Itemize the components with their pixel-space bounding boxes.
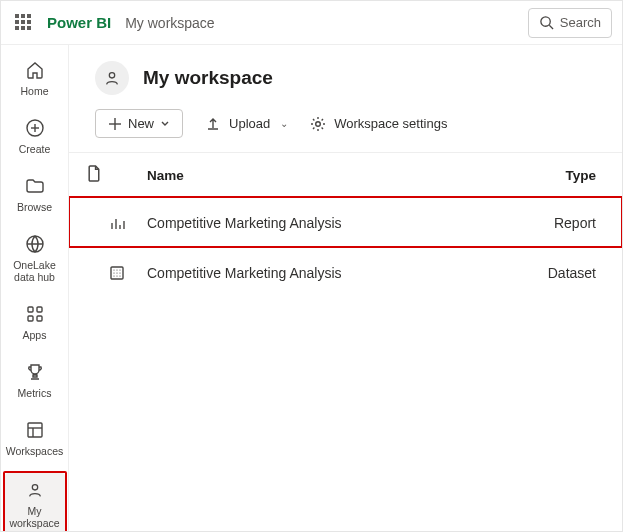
svg-line-1	[549, 25, 553, 29]
svg-point-23	[113, 269, 114, 270]
row-name: Competitive Marketing Analysis	[147, 215, 512, 231]
create-icon	[25, 117, 45, 139]
new-button[interactable]: New	[95, 109, 183, 138]
nav-create[interactable]: Create	[5, 111, 65, 163]
row-type: Dataset	[512, 265, 602, 281]
trophy-icon	[25, 361, 45, 383]
table-row[interactable]: Competitive Marketing Analysis Dataset	[69, 247, 622, 297]
dataset-icon	[87, 265, 147, 281]
nav-my-workspace[interactable]: My workspace	[5, 473, 65, 532]
new-button-label: New	[128, 116, 154, 131]
workspace-avatar	[95, 61, 129, 95]
svg-rect-7	[37, 307, 42, 312]
page-title: My workspace	[143, 67, 273, 89]
nav-browse-label: Browse	[17, 201, 52, 213]
person-icon	[103, 69, 121, 87]
workspace-header: My workspace	[69, 45, 622, 105]
svg-point-24	[116, 269, 117, 270]
content-table: Name Type Competitive Marketing Analysis…	[69, 153, 622, 297]
chevron-down-icon: ⌄	[280, 118, 288, 129]
plus-icon	[108, 117, 122, 131]
col-type-header[interactable]: Type	[512, 168, 602, 183]
file-icon	[87, 165, 147, 185]
chevron-down-icon	[160, 119, 170, 129]
search-icon	[539, 15, 554, 30]
svg-rect-10	[28, 423, 42, 437]
nav-create-label: Create	[19, 143, 51, 155]
apps-icon	[25, 303, 45, 325]
settings-label: Workspace settings	[334, 116, 447, 131]
breadcrumb[interactable]: My workspace	[125, 15, 214, 31]
svg-point-13	[32, 485, 37, 490]
search-input[interactable]: Search	[528, 8, 612, 38]
folder-icon	[25, 175, 45, 197]
nav-onelake[interactable]: OneLake data hub	[5, 227, 65, 291]
row-name: Competitive Marketing Analysis	[147, 265, 512, 281]
svg-rect-9	[37, 316, 42, 321]
svg-point-30	[116, 275, 117, 276]
nav-apps[interactable]: Apps	[5, 297, 65, 349]
nav-metrics[interactable]: Metrics	[5, 355, 65, 407]
nav-my-workspace-highlight: My workspace	[3, 471, 67, 532]
svg-rect-6	[28, 307, 33, 312]
workspace-settings-button[interactable]: Workspace settings	[310, 116, 447, 132]
main-content: My workspace New Upload ⌄ Workspace sett…	[69, 45, 622, 531]
svg-point-17	[316, 121, 321, 126]
svg-point-25	[119, 269, 120, 270]
nav-onelake-label: OneLake data hub	[5, 259, 65, 283]
upload-icon	[205, 116, 221, 132]
svg-point-0	[541, 17, 550, 26]
left-nav-rail: Home Create Browse OneLake data hub Apps…	[1, 45, 69, 531]
nav-home-label: Home	[20, 85, 48, 97]
nav-apps-label: Apps	[23, 329, 47, 341]
table-row[interactable]: Competitive Marketing Analysis Report	[69, 197, 622, 247]
brand-label: Power BI	[47, 14, 111, 31]
upload-label: Upload	[229, 116, 270, 131]
table-header: Name Type	[69, 165, 622, 197]
person-icon	[26, 479, 44, 501]
nav-workspaces[interactable]: Workspaces	[5, 413, 65, 465]
onelake-icon	[25, 233, 45, 255]
gear-icon	[310, 116, 326, 132]
svg-rect-8	[28, 316, 33, 321]
workspaces-icon	[25, 419, 45, 441]
toolbar: New Upload ⌄ Workspace settings	[69, 105, 622, 153]
report-icon	[87, 215, 147, 231]
home-icon	[25, 59, 45, 81]
svg-point-31	[119, 275, 120, 276]
nav-home[interactable]: Home	[5, 53, 65, 105]
row-type: Report	[512, 215, 602, 231]
top-bar: Power BI My workspace Search	[1, 1, 622, 45]
search-placeholder: Search	[560, 15, 601, 30]
svg-point-28	[119, 272, 120, 273]
col-name-header[interactable]: Name	[147, 168, 512, 183]
upload-button[interactable]: Upload ⌄	[205, 116, 288, 132]
nav-my-workspace-label: My workspace	[5, 505, 65, 529]
svg-point-29	[113, 275, 114, 276]
nav-metrics-label: Metrics	[18, 387, 52, 399]
svg-point-27	[116, 272, 117, 273]
app-launcher-icon[interactable]	[15, 14, 33, 32]
nav-workspaces-label: Workspaces	[6, 445, 64, 457]
svg-point-14	[109, 73, 114, 78]
nav-browse[interactable]: Browse	[5, 169, 65, 221]
svg-point-26	[113, 272, 114, 273]
